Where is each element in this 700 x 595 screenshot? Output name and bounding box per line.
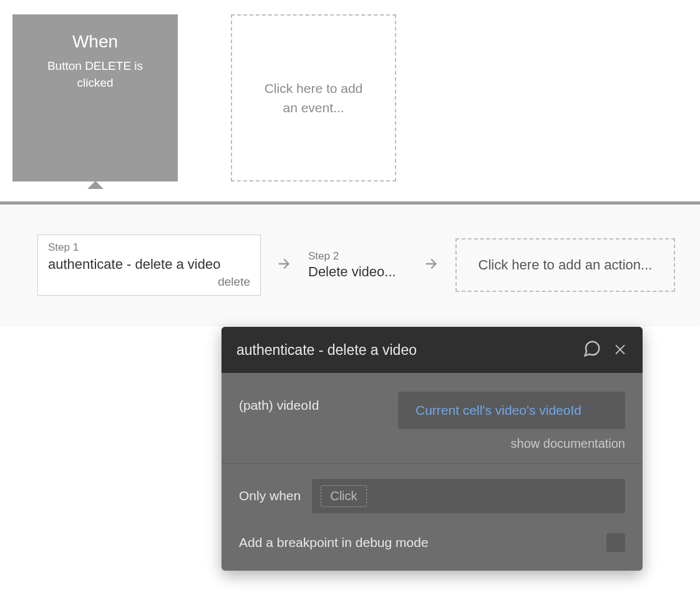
breakpoint-checkbox[interactable]: [606, 533, 625, 552]
only-when-row: Only when Click: [239, 479, 625, 513]
event-pointer-icon: [87, 181, 104, 189]
action-step-1[interactable]: Step 1 authenticate - delete a video del…: [37, 235, 261, 296]
add-event-label: Click here to add an event...: [257, 79, 370, 118]
step-title: Delete video...: [308, 264, 408, 280]
event-card-subtitle: Button DELETE is clicked: [31, 58, 159, 91]
panel-header[interactable]: authenticate - delete a video: [221, 327, 643, 373]
arrow-right-icon: [276, 255, 293, 275]
step-title: authenticate - delete a video: [48, 256, 250, 273]
show-documentation-link[interactable]: show documentation: [239, 437, 625, 451]
path-input[interactable]: Current cell's video's videoId: [398, 392, 625, 429]
action-step-2[interactable]: Step 2 Delete video...: [308, 250, 408, 280]
comment-icon[interactable]: [583, 339, 601, 360]
add-action-placeholder[interactable]: Click here to add an action...: [455, 238, 675, 292]
actions-wrap: Step 1 authenticate - delete a video del…: [0, 201, 700, 324]
close-icon[interactable]: [613, 341, 628, 359]
breakpoint-row: Add a breakpoint in debug mode: [239, 533, 625, 552]
arrow-right-icon: [423, 255, 440, 275]
panel-divider: [221, 463, 643, 464]
breakpoint-label: Add a breakpoint in debug mode: [239, 535, 429, 550]
actions-bar: Step 1 authenticate - delete a video del…: [0, 205, 700, 324]
panel-title: authenticate - delete a video: [236, 342, 417, 359]
add-event-placeholder[interactable]: Click here to add an event...: [231, 14, 396, 181]
path-value: Current cell's video's videoId: [409, 403, 581, 417]
only-when-input[interactable]: Click: [312, 479, 625, 513]
click-chip[interactable]: Click: [321, 485, 366, 507]
event-card-title: When: [31, 32, 159, 52]
path-row: (path) videoId Current cell's video's vi…: [239, 392, 625, 429]
events-row: When Button DELETE is clicked Click here…: [0, 0, 700, 181]
step-subtag: delete: [48, 275, 250, 289]
step-label: Step 1: [48, 241, 250, 254]
add-action-label: Click here to add an action...: [479, 257, 653, 273]
panel-body: (path) videoId Current cell's video's vi…: [221, 373, 643, 571]
event-card-active[interactable]: When Button DELETE is clicked: [12, 14, 178, 181]
properties-panel: authenticate - delete a video (path) vid…: [221, 327, 643, 571]
path-label: (path) videoId: [239, 392, 386, 413]
only-when-label: Only when: [239, 488, 301, 503]
step-label: Step 2: [308, 250, 408, 263]
panel-header-icons: [583, 339, 628, 360]
